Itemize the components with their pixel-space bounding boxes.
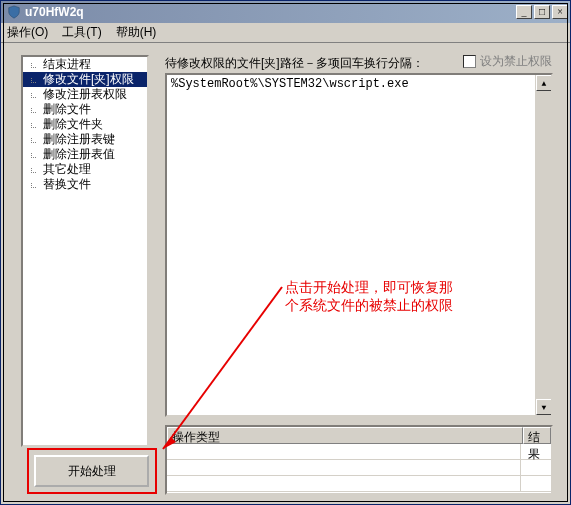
annotation-bg [279,275,461,371]
col-result[interactable]: 结果 [523,427,551,444]
tree-item[interactable]: 修改文件[夹]权限 [23,72,147,87]
deny-checkbox-label: 设为禁止权限 [480,53,552,70]
scroll-up-button[interactable]: ▲ [536,75,552,91]
action-tree[interactable]: 结束进程 修改文件[夹]权限 修改注册表权限 删除文件 删除文件夹 删除注册表键… [21,55,149,447]
tree-item[interactable]: 替换文件 [23,177,147,192]
tree-item[interactable]: 结束进程 [23,57,147,72]
menu-operate[interactable]: 操作(O) [7,24,48,41]
deny-checkbox-wrap[interactable]: 设为禁止权限 [463,53,552,70]
tree-item[interactable]: 删除文件 [23,102,147,117]
scroll-down-button[interactable]: ▼ [536,399,552,415]
paths-caption: 待修改权限的文件[夹]路径－多项回车换行分隔： [165,55,424,72]
titlebar[interactable]: u70HfW2q _ □ × [1,1,570,23]
menubar: 操作(O) 工具(T) 帮助(H) [1,23,570,43]
start-process-button[interactable]: 开始处理 [34,455,149,487]
table-row[interactable] [167,444,551,460]
close-button[interactable]: × [552,5,568,19]
paths-text: %SystemRoot%\SYSTEM32\wscript.exe [171,77,409,91]
deny-checkbox[interactable] [463,55,476,68]
grid-body [167,444,551,493]
grid-header: 操作类型 结果 [167,427,551,444]
tree-item[interactable]: 修改注册表权限 [23,87,147,102]
window-buttons: _ □ × [516,5,568,19]
menu-help[interactable]: 帮助(H) [116,24,157,41]
table-row[interactable] [167,460,551,476]
tree-item[interactable]: 删除注册表值 [23,147,147,162]
scrollbar[interactable]: ▲ ▼ [535,75,551,415]
menu-tools[interactable]: 工具(T) [62,24,101,41]
tree-item[interactable]: 其它处理 [23,162,147,177]
tree-item[interactable]: 删除注册表键 [23,132,147,147]
results-grid[interactable]: 操作类型 结果 [165,425,553,495]
app-window: u70HfW2q _ □ × 操作(O) 工具(T) 帮助(H) 结束进程 修改… [0,0,571,505]
maximize-button[interactable]: □ [534,5,550,19]
minimize-button[interactable]: _ [516,5,532,19]
table-row[interactable] [167,476,551,492]
window-title: u70HfW2q [25,5,516,19]
col-operation-type[interactable]: 操作类型 [167,427,523,444]
client-area: 结束进程 修改文件[夹]权限 修改注册表权限 删除文件 删除文件夹 删除注册表键… [1,43,570,504]
app-icon [7,5,21,19]
tree-item[interactable]: 删除文件夹 [23,117,147,132]
